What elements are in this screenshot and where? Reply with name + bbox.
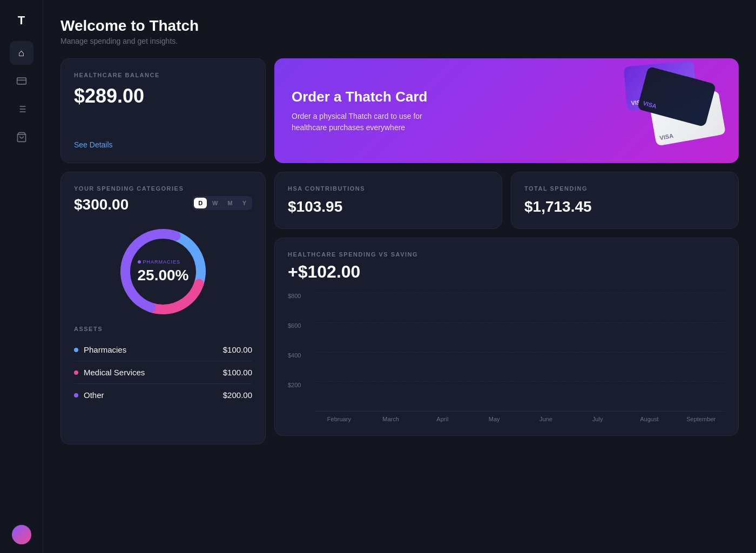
period-btn-y[interactable]: Y [238, 198, 251, 208]
pharmacies-dot [74, 348, 78, 352]
x-label-july: July [573, 416, 622, 422]
total-spending-amount: $1,713.45 [524, 198, 725, 215]
pharmacies-name: Pharmacies [84, 345, 126, 354]
medical-name: Medical Services [84, 368, 145, 377]
hsa-contributions-card: HSA CONTRIBUTIONS $103.95 [274, 172, 502, 229]
top-row: HEALTHCARE BALANCE $289.00 See Details O… [60, 58, 739, 163]
x-label-february: February [315, 416, 363, 422]
donut-chart: PHARMACIES 25.00% [74, 218, 252, 326]
spending-categories-card: YOUR SPENDING CATEGORIES $300.00 D W M Y [60, 172, 266, 444]
healthcare-balance-amount: $289.00 [74, 85, 252, 107]
svg-rect-0 [17, 78, 26, 84]
period-toggle: D W M Y [192, 196, 252, 210]
promo-card[interactable]: Order a Thatch Card Order a physical Tha… [274, 58, 739, 163]
x-label-september: September [677, 416, 725, 422]
medical-dot [74, 370, 78, 375]
page-title: Welcome to Thatch [60, 17, 739, 35]
asset-other: Other $200.00 [74, 384, 252, 406]
asset-pharmacies-left: Pharmacies [74, 345, 126, 354]
chart-container: $800 $600 $400 $200 FebruaryMarchAprilMa… [288, 293, 725, 422]
period-btn-m[interactable]: M [223, 198, 237, 208]
sidebar-item-card[interactable] [10, 69, 33, 93]
asset-medical: Medical Services $100.00 [74, 361, 252, 384]
x-label-may: May [470, 416, 518, 422]
other-name: Other [84, 390, 104, 400]
donut-legend-label: PHARMACIES [143, 259, 181, 265]
asset-pharmacies: Pharmacies $100.00 [74, 339, 252, 361]
gridline-600 [315, 322, 725, 323]
stats-row: HSA CONTRIBUTIONS $103.95 TOTAL SPENDING… [274, 172, 739, 229]
page-header: Welcome to Thatch Manage spending and ge… [60, 17, 739, 45]
gridline-400 [315, 352, 725, 353]
donut-percentage: 25.00% [138, 267, 189, 284]
promo-description: Order a physical Thatch card to use for … [292, 111, 443, 133]
x-label-april: April [418, 416, 467, 422]
donut-center: PHARMACIES 25.00% [138, 259, 189, 284]
y-axis: $800 $600 $400 $200 [288, 293, 315, 412]
total-spending-card: TOTAL SPENDING $1,713.45 [511, 172, 739, 229]
grid-label-200: $200 [288, 382, 301, 388]
sidebar-item-list[interactable] [10, 97, 33, 121]
bar-chart [315, 293, 725, 412]
grid-label-600: $600 [288, 322, 301, 329]
right-column: HSA CONTRIBUTIONS $103.95 TOTAL SPENDING… [274, 172, 739, 436]
chart-label: HEALTHCARE SPENDING VS SAVING [288, 251, 725, 258]
pharmacies-amount: $100.00 [223, 345, 252, 354]
x-label-march: March [367, 416, 415, 422]
sidebar: T ⌂ [0, 0, 43, 553]
other-amount: $200.00 [223, 390, 252, 400]
see-details-link[interactable]: See Details [74, 140, 113, 149]
promo-cards-visual: VISA VISA VISA [609, 64, 728, 150]
donut-dot [138, 260, 141, 264]
logo: T [10, 9, 33, 32]
grid-label-400: $400 [288, 352, 301, 359]
healthcare-balance-card: HEALTHCARE BALANCE $289.00 See Details [60, 58, 266, 163]
sidebar-item-bag[interactable] [10, 125, 33, 149]
gridline-800 [315, 293, 725, 293]
period-btn-d[interactable]: D [194, 198, 207, 208]
asset-other-left: Other [74, 390, 104, 400]
asset-medical-left: Medical Services [74, 368, 145, 377]
total-spending-label: TOTAL SPENDING [524, 185, 725, 192]
spending-header: $300.00 D W M Y [74, 196, 252, 213]
donut-legend: PHARMACIES [138, 259, 189, 265]
x-label-june: June [522, 416, 570, 422]
spending-label: YOUR SPENDING CATEGORIES [74, 185, 252, 192]
gridline-200 [315, 381, 725, 382]
hsa-label: HSA CONTRIBUTIONS [288, 185, 489, 192]
medical-amount: $100.00 [223, 368, 252, 377]
grid-label-800: $800 [288, 293, 301, 299]
x-label-august: August [625, 416, 674, 422]
chart-net: +$102.00 [288, 262, 725, 282]
hsa-amount: $103.95 [288, 198, 489, 215]
page-subtitle: Manage spending and get insights. [60, 37, 739, 45]
healthcare-balance-label: HEALTHCARE BALANCE [74, 72, 252, 78]
second-row: YOUR SPENDING CATEGORIES $300.00 D W M Y [60, 172, 739, 444]
assets-label: ASSETS [74, 326, 252, 332]
spending-amount: $300.00 [74, 196, 129, 213]
spending-chart-card: HEALTHCARE SPENDING VS SAVING +$102.00 $… [274, 238, 739, 436]
x-axis: FebruaryMarchAprilMayJuneJulyAugustSepte… [315, 416, 725, 422]
main-content: Welcome to Thatch Manage spending and ge… [43, 0, 756, 553]
sidebar-item-home[interactable]: ⌂ [10, 41, 33, 65]
user-avatar[interactable] [12, 525, 31, 544]
period-btn-w[interactable]: W [208, 198, 222, 208]
other-dot [74, 393, 78, 397]
